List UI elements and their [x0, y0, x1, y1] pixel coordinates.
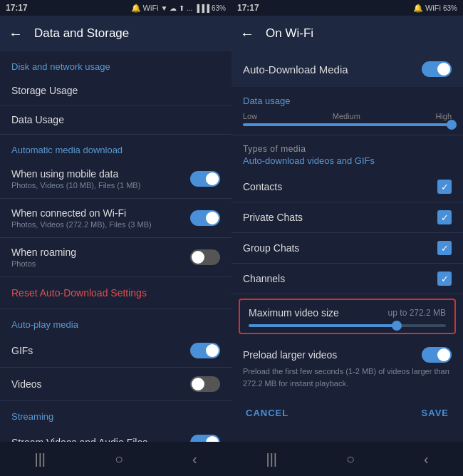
left-time: 17:17 [6, 3, 28, 13]
videos-toggle-knob [192, 378, 204, 390]
right-back-button[interactable]: ← [240, 26, 254, 42]
right-signal-icon: 🔔 [413, 4, 423, 13]
videos-label: Videos [11, 378, 42, 390]
max-video-header: Maximum video size up to 272.2 MB [249, 307, 446, 319]
footer-buttons: CANCEL SAVE [232, 398, 463, 428]
private-chats-checkbox[interactable]: ✓ [437, 210, 452, 224]
right-nav-back-icon[interactable]: ‹ [424, 451, 429, 467]
contacts-checkbox[interactable]: ✓ [437, 180, 452, 194]
streaming-header: Streaming [0, 401, 232, 426]
signal-icon: 🔔 [131, 4, 141, 13]
group-chats-checkbox[interactable]: ✓ [437, 241, 452, 255]
cancel-button[interactable]: CANCEL [243, 405, 291, 421]
data-usage-title: Data usage [243, 95, 452, 106]
types-section: Types of media Auto-download videos and … [232, 135, 463, 172]
back-button[interactable]: ← [9, 26, 23, 42]
left-status-bar: 17:17 🔔 WiFi ▼ ☁ ⬆ ... ▐▐▐ 63% [0, 0, 232, 16]
auto-media-header: Automatic media download [0, 135, 232, 160]
group-chats-check-icon: ✓ [441, 243, 449, 254]
contacts-check-icon: ✓ [441, 182, 449, 192]
right-panel: 17:17 🔔 WiFi 63% ← On Wi-Fi Auto-Downloa… [232, 0, 463, 476]
preload-toggle[interactable] [422, 347, 452, 363]
left-status-icons: 🔔 WiFi ▼ ☁ ⬆ ... ▐▐▐ 63% [131, 4, 226, 13]
autoplay-header: Auto-play media [0, 309, 232, 334]
right-header-title: On Wi-Fi [266, 26, 313, 41]
gifs-toggle-knob [206, 344, 219, 357]
mobile-data-toggle[interactable] [190, 171, 220, 187]
data-usage-slider-track[interactable] [243, 123, 452, 126]
left-scroll-area: Disk and network usage Storage Usage Dat… [0, 51, 232, 442]
max-video-fill [249, 324, 397, 327]
left-header-title: Data and Storage [34, 26, 129, 41]
channels-row[interactable]: Channels ✓ [232, 264, 463, 294]
right-status-icons: 🔔 WiFi 63% [413, 4, 457, 13]
data-usage-label: Data Usage [11, 114, 64, 125]
wifi-icon: WiFi [143, 4, 159, 12]
stream-videos-toggle[interactable] [190, 435, 220, 442]
left-nav-home-icon[interactable]: ○ [115, 451, 123, 467]
contacts-label: Contacts [243, 181, 282, 192]
slider-low-label: Low [243, 112, 257, 120]
gifs-toggle[interactable] [190, 343, 220, 358]
left-nav-back-icon[interactable]: ‹ [192, 451, 197, 467]
divider-r5 [232, 294, 463, 294]
slider-labels: Low Medium High [243, 112, 452, 120]
roaming-subtitle: Photos [11, 259, 76, 268]
stream-videos-toggle-knob [206, 436, 219, 442]
types-title: Types of media [243, 144, 452, 154]
roaming-toggle[interactable] [190, 249, 220, 265]
mobile-data-item[interactable]: When using mobile data Photos, Videos (1… [0, 160, 232, 198]
mobile-data-toggle-knob [206, 172, 219, 185]
left-header: ← Data and Storage [0, 16, 232, 51]
videos-item[interactable]: Videos [0, 368, 232, 400]
wifi-toggle[interactable] [190, 210, 220, 226]
max-video-thumb[interactable] [392, 321, 402, 331]
save-button[interactable]: SAVE [419, 405, 452, 421]
left-panel: 17:17 🔔 WiFi ▼ ☁ ⬆ ... ▐▐▐ 63% ← Data an… [0, 0, 232, 476]
stream-videos-item[interactable]: Stream Videos and Audio Files [0, 426, 232, 442]
stream-videos-label: Stream Videos and Audio Files [11, 437, 147, 442]
right-header: ← On Wi-Fi [232, 16, 463, 51]
right-nav-home-icon[interactable]: ○ [346, 451, 355, 467]
private-chats-row[interactable]: Private Chats ✓ [232, 202, 463, 232]
mobile-data-label: When using mobile data [11, 168, 140, 180]
private-chats-check-icon: ✓ [441, 212, 449, 223]
right-status-bar: 17:17 🔔 WiFi 63% [232, 0, 463, 16]
max-video-slider[interactable] [249, 324, 446, 327]
wifi-toggle-knob [206, 212, 219, 224]
left-nav-menu-icon[interactable]: ||| [34, 451, 46, 467]
channels-checkbox[interactable]: ✓ [437, 271, 452, 286]
roaming-label: When roaming [11, 247, 76, 258]
roaming-toggle-knob [192, 251, 204, 264]
battery-icon: ▼ ☁ ⬆ ... ▐▐▐ 63% [161, 4, 226, 12]
right-battery-icon: 63% [443, 4, 457, 12]
gifs-item[interactable]: GIFs [0, 334, 232, 367]
right-nav-menu-icon[interactable]: ||| [266, 451, 277, 467]
group-chats-row[interactable]: Group Chats ✓ [232, 233, 463, 263]
left-bottom-nav: ||| ○ ‹ [0, 442, 232, 476]
auto-download-row: Auto-Download Media [232, 51, 463, 87]
wifi-item[interactable]: When connected on Wi-Fi Photos, Videos (… [0, 199, 232, 237]
preload-description: Preload the first few seconds (1-2 MB) o… [232, 366, 463, 398]
storage-usage-item[interactable]: Storage Usage [0, 76, 232, 105]
max-video-row: Maximum video size up to 272.2 MB [239, 299, 456, 334]
right-bottom-nav: ||| ○ ‹ [232, 442, 463, 476]
wifi-label: When connected on Wi-Fi [11, 207, 152, 219]
data-usage-slider-thumb[interactable] [447, 120, 457, 130]
group-chats-label: Group Chats [243, 242, 299, 254]
types-subtitle: Auto-download videos and GIFs [243, 155, 452, 166]
videos-toggle[interactable] [190, 376, 220, 392]
gifs-label: GIFs [11, 345, 33, 356]
auto-download-toggle-knob [437, 63, 450, 76]
channels-check-icon: ✓ [441, 274, 449, 284]
auto-download-toggle[interactable] [422, 61, 452, 77]
contacts-row[interactable]: Contacts ✓ [232, 172, 463, 202]
right-scroll-area: Data usage Low Medium High Types of medi… [232, 87, 463, 442]
max-video-value: up to 272.2 MB [388, 308, 446, 318]
roaming-item[interactable]: When roaming Photos [0, 238, 232, 276]
private-chats-label: Private Chats [243, 212, 303, 223]
data-usage-item[interactable]: Data Usage [0, 105, 232, 134]
reset-link[interactable]: Reset Auto-Download Settings [0, 277, 232, 309]
disk-network-header: Disk and network usage [0, 51, 232, 76]
right-time: 17:17 [237, 3, 259, 13]
